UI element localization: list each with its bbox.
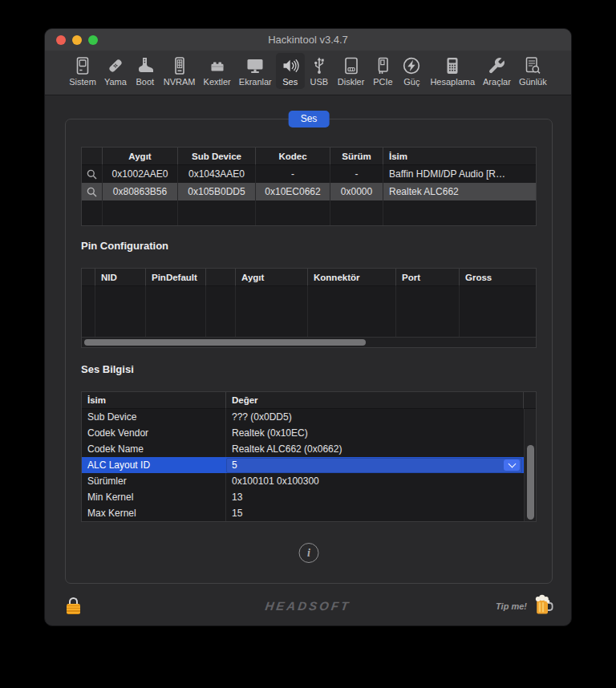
usb-icon — [309, 55, 330, 76]
toolbar-item-nvram[interactable]: NVRAM — [160, 53, 200, 89]
tab-ses[interactable]: Ses — [289, 111, 330, 127]
info-row-name-selected[interactable]: ALC Layout ID — [82, 457, 226, 473]
disk-icon — [341, 55, 362, 76]
column-header-isim[interactable]: İsim — [383, 148, 536, 165]
tip-area: Tip me! — [496, 593, 553, 619]
column-header-aygit[interactable]: Aygıt — [236, 269, 308, 286]
magnifier-icon[interactable] — [82, 183, 103, 200]
column-header-aygit[interactable]: Aygıt — [103, 148, 178, 165]
tip-me-label: Tip me! — [496, 601, 527, 611]
alc-layout-id-dropdown[interactable]: 5 — [226, 458, 522, 473]
info-row-name[interactable]: Codek Name — [82, 441, 226, 457]
toolbar-label: Sistem — [69, 77, 96, 87]
cell-subdevice[interactable]: 0x1043AAE0 — [178, 165, 256, 183]
toolbar-label: Ekranlar — [239, 77, 272, 87]
lock-icon[interactable] — [67, 597, 80, 614]
column-header-blank[interactable] — [82, 148, 103, 165]
calculator-icon — [442, 55, 463, 76]
info-row-value[interactable]: 15 — [226, 505, 524, 521]
cell-subdevice[interactable]: 0x105B0DD5 — [178, 183, 256, 200]
toolbar: Sistem Yama Boot NVRAM Kextler — [45, 51, 571, 95]
toolbar-item-ses[interactable]: Ses — [276, 53, 305, 89]
column-header-konnektor[interactable]: Konnektör — [308, 269, 396, 286]
vertical-scrollbar-thumb[interactable] — [527, 445, 534, 520]
empty-cell — [460, 286, 536, 337]
horizontal-scrollbar-thumb[interactable] — [84, 339, 366, 346]
cell-isim[interactable]: Baffin HDMI/DP Audio [R… — [383, 165, 536, 183]
column-header-blank[interactable] — [82, 269, 95, 286]
horizontal-scrollbar[interactable] — [82, 337, 536, 347]
empty-cell — [82, 286, 95, 337]
toolbar-label: NVRAM — [164, 77, 196, 87]
column-header-gross[interactable]: Gross — [460, 269, 536, 286]
pcie-card-icon — [372, 55, 393, 76]
toolbar-item-sistem[interactable]: Sistem — [65, 53, 100, 89]
column-header-isim[interactable]: İsim — [82, 392, 226, 409]
toolbar-item-pcie[interactable]: PCIe — [368, 53, 397, 89]
minimize-button[interactable] — [72, 35, 82, 45]
toolbar-label: Kextler — [204, 77, 231, 87]
toolbar-item-boot[interactable]: Boot — [131, 53, 160, 89]
cell-kodec[interactable]: - — [256, 165, 330, 183]
empty-cell — [396, 286, 460, 337]
cell-aygit[interactable]: 0x1002AAE0 — [103, 165, 178, 183]
info-row-value[interactable]: Realtek ALC662 (0x0662) — [226, 441, 524, 457]
column-header-pindefault[interactable]: PinDefault — [146, 269, 206, 286]
toolbar-label: Günlük — [519, 77, 547, 87]
cell-aygit[interactable]: 0x80863B56 — [103, 183, 178, 200]
toolbar-item-yama[interactable]: Yama — [100, 53, 131, 89]
toolbar-item-gunluk[interactable]: Günlük — [515, 53, 551, 89]
cell-isim[interactable]: Realtek ALC662 — [383, 183, 536, 200]
toolbar-label: PCIe — [373, 77, 392, 87]
chevron-down-icon — [508, 460, 516, 468]
info-row-value[interactable]: 0x100101 0x100300 — [226, 473, 524, 489]
title-bar[interactable]: Hackintool v3.4.7 — [45, 29, 571, 51]
info-row-value[interactable]: Realtek (0x10EC) — [226, 425, 524, 441]
column-header-kodec[interactable]: Kodec — [256, 148, 330, 165]
beer-mug-icon[interactable] — [534, 593, 553, 619]
dropdown-button[interactable] — [504, 459, 520, 471]
column-header-blank — [524, 392, 536, 409]
close-button[interactable] — [56, 35, 66, 45]
cell-surum[interactable]: 0x0000 — [330, 183, 383, 200]
toolbar-item-kextler[interactable]: Kextler — [200, 53, 235, 89]
toolbar-item-araclar[interactable]: Araçlar — [479, 53, 515, 89]
toolbar-item-ekranlar[interactable]: Ekranlar — [235, 53, 276, 89]
empty-cell — [308, 286, 396, 337]
toolbar-label: Ses — [282, 77, 298, 87]
display-icon — [245, 55, 265, 76]
toolbar-item-diskler[interactable]: Diskler — [334, 53, 369, 89]
cell-kodec[interactable]: 0x10EC0662 — [256, 183, 330, 200]
zoom-button[interactable] — [88, 35, 98, 45]
empty-cell — [256, 200, 330, 225]
info-row-name[interactable]: Codek Vendor — [82, 425, 226, 441]
dropdown-value: 5 — [232, 459, 237, 471]
power-bolt-icon — [401, 55, 422, 76]
column-header-blank[interactable] — [206, 269, 236, 286]
toolbar-item-usb[interactable]: USB — [305, 53, 334, 89]
vertical-scrollbar[interactable] — [524, 409, 536, 521]
traffic-lights — [56, 35, 98, 45]
cell-surum[interactable]: - — [330, 165, 383, 183]
info-row-name[interactable]: Sub Device — [82, 409, 226, 425]
column-header-surum[interactable]: Sürüm — [330, 148, 383, 165]
info-button[interactable]: i — [299, 543, 319, 563]
empty-cell — [95, 286, 146, 337]
column-header-nid[interactable]: NID — [95, 269, 146, 286]
empty-cell — [178, 200, 256, 225]
info-row-value[interactable]: 13 — [226, 489, 524, 505]
empty-cell — [236, 286, 308, 337]
log-document-icon — [522, 55, 543, 76]
info-row-name[interactable]: Max Kernel — [82, 505, 226, 521]
main-content: Ses Aygıt Sub Device Kodec Sürüm İsim 0x… — [45, 95, 571, 626]
column-header-subdevice[interactable]: Sub Device — [178, 148, 256, 165]
info-row-name[interactable]: Min Kernel — [82, 489, 226, 505]
info-row-value[interactable]: ??? (0x0DD5) — [226, 409, 524, 425]
toolbar-item-hesaplama[interactable]: Hesaplama — [426, 53, 479, 89]
toolbar-item-guc[interactable]: Güç — [397, 53, 426, 89]
column-header-port[interactable]: Port — [396, 269, 460, 286]
empty-cell — [146, 286, 206, 337]
magnifier-icon[interactable] — [82, 165, 103, 183]
info-row-name[interactable]: Sürümler — [82, 473, 226, 489]
column-header-deger[interactable]: Değer — [226, 392, 524, 409]
